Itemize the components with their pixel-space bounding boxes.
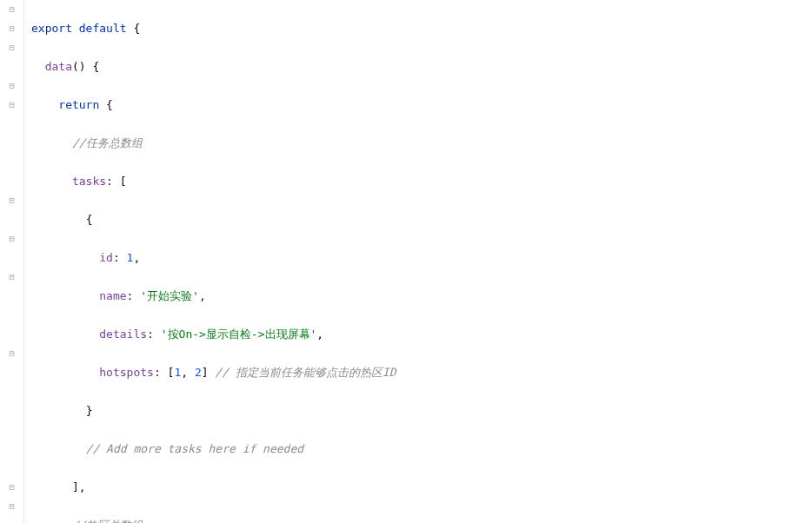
- prop-hotspots: hotspots: [99, 366, 154, 379]
- fold-icon[interactable]: ⊟: [7, 229, 17, 248]
- prop-name: name: [99, 289, 126, 302]
- method-data: data: [45, 60, 72, 73]
- fold-icon[interactable]: ⊟: [7, 191, 17, 210]
- code-editor: ⊟ ⊟ ⊟ ⊟ ⊟ ⊟ ⊟ ⊟ ⊟ ⊟ ⊟ export default { d…: [0, 0, 812, 523]
- str-name: '开始实验': [140, 289, 199, 302]
- fold-icon[interactable]: ⊟: [7, 497, 17, 516]
- fold-icon[interactable]: ⊟: [7, 38, 17, 57]
- comment: // 指定当前任务能够点击的热区ID: [215, 366, 396, 379]
- fold-icon[interactable]: ⊟: [7, 268, 17, 287]
- comment: //热区总数组: [72, 519, 143, 523]
- keyword-return: return: [58, 98, 99, 111]
- fold-icon[interactable]: ⊟: [7, 344, 17, 363]
- code-content[interactable]: export default { data() { return { //任务总…: [24, 0, 698, 523]
- fold-icon[interactable]: ⊟: [7, 478, 17, 497]
- prop-id: id: [99, 251, 113, 264]
- keyword-default: default: [79, 22, 127, 35]
- prop-tasks: tasks: [72, 175, 106, 188]
- keyword-export: export: [31, 22, 72, 35]
- comment: // Add more tasks here if needed: [86, 442, 303, 455]
- comment: //任务总数组: [72, 136, 143, 149]
- fold-icon[interactable]: ⊟: [7, 76, 17, 96]
- prop-details: details: [99, 328, 147, 341]
- fold-icon[interactable]: ⊟: [7, 19, 17, 38]
- fold-icon[interactable]: ⊟: [7, 96, 17, 115]
- fold-icon[interactable]: ⊟: [7, 0, 17, 19]
- str-details: '按On->显示自检->出现屏幕': [161, 328, 317, 341]
- fold-gutter: ⊟ ⊟ ⊟ ⊟ ⊟ ⊟ ⊟ ⊟ ⊟ ⊟ ⊟: [0, 0, 24, 523]
